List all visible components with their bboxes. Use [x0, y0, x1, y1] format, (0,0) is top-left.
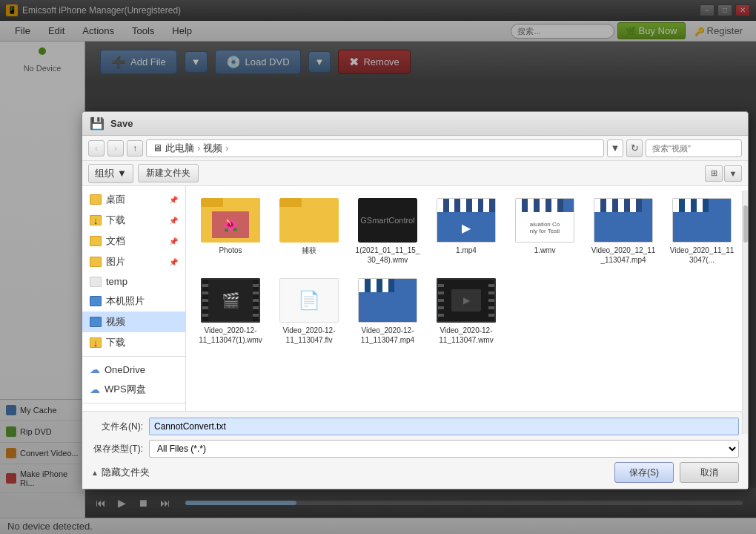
capture-label: 捕获: [302, 245, 316, 255]
1wmv2-clapper: aluation Conly for Testi: [515, 198, 574, 243]
dialog-toolbar: 组织 ▼ 新建文件夹 ⊞ ▼: [82, 161, 748, 186]
dialog-body: 桌面 📌 ↓ 下载 📌 文档 📌 图片 📌 temp: [82, 186, 748, 411]
pin-icon3: 📌: [169, 237, 178, 245]
video2020mp4-label: Video_2020_12_11_113047.mp4: [589, 245, 657, 265]
filetype-select[interactable]: All Files (*.*): [149, 440, 739, 458]
video-folder-icon: [90, 317, 102, 327]
organize-dropdown-icon: ▼: [117, 168, 127, 179]
nav-path: 🖥 此电脑 › 视频 ›: [146, 139, 604, 157]
file-video-2020-mp4[interactable]: Video_2020_12_11_113047.mp4: [586, 194, 660, 269]
video2020partial-label: Video_2020_11_113047(...: [668, 245, 736, 265]
downloads-folder-icon: ↓: [90, 215, 102, 225]
sidebar-onedrive[interactable]: ☁ OneDrive: [82, 360, 185, 379]
videoflv-thumb: 📄: [279, 278, 339, 323]
path-separator-1: ›: [197, 142, 200, 154]
toggle-arrow-icon: ▲: [91, 469, 99, 477]
downloads2-folder-icon: ↓: [90, 337, 102, 348]
videowmvdark-thumb: ▶: [437, 278, 496, 323]
1wmv2-label: 1.wmv: [534, 245, 556, 255]
nav-back-button[interactable]: ‹: [88, 140, 105, 156]
videoflv-label: Video_2020-12-11_113047.flv: [275, 326, 343, 345]
path-separator-2: ›: [225, 142, 228, 154]
photos-thumb: 🌺: [201, 198, 260, 243]
pin-icon2: 📌: [169, 217, 178, 225]
desktop-folder-icon: [90, 194, 102, 205]
file-video-mp4-2[interactable]: Video_2020-12-11_113047.mp4: [351, 274, 425, 349]
pin-icon4: 📌: [169, 258, 178, 266]
save-button[interactable]: 保存(S): [614, 462, 674, 483]
videowmvfilm-thumb: 🎬: [201, 278, 260, 323]
1wmv-thumb: GSmartControl: [358, 198, 417, 243]
temp-folder-icon: [90, 277, 102, 287]
nav-path-computer: 此电脑: [165, 142, 194, 155]
film-strip-icon: 🎬: [201, 278, 260, 323]
sidebar-local-photos[interactable]: 本机照片: [82, 291, 185, 312]
filename-row: 文件名(N):: [91, 418, 739, 435]
sidebar-documents[interactable]: 文档 📌: [82, 231, 185, 251]
pictures-folder-icon: [90, 257, 102, 267]
view-options-button[interactable]: ▼: [724, 165, 742, 182]
videowmvdark-label: Video_2020-12-11_113047.wmv: [432, 326, 500, 345]
dialog-search-input[interactable]: [646, 139, 742, 157]
dialog-title: Save: [110, 118, 133, 129]
nav-up-button[interactable]: ↑: [127, 140, 143, 156]
organize-button[interactable]: 组织 ▼: [88, 164, 133, 183]
1mp4-label: 1.mp4: [456, 245, 477, 255]
filename-input[interactable]: [149, 418, 739, 435]
sidebar-wps[interactable]: ☁ WPS网盘: [82, 379, 185, 400]
sidebar-pictures[interactable]: 图片 📌: [82, 251, 185, 272]
video2020partial-clapper: [672, 198, 732, 243]
file-capture[interactable]: 捕获: [272, 194, 346, 269]
nav-path-video: 视频: [203, 142, 222, 155]
save-dialog: 💾 Save ‹ › ↑ 🖥 此电脑 › 视频 › ▼ ↻ 组织 ▼ 新建文件夹…: [82, 111, 749, 490]
pin-icon: 📌: [169, 196, 178, 204]
new-folder-button[interactable]: 新建文件夹: [138, 164, 199, 182]
capture-thumb: [279, 198, 339, 243]
blank-file-icon: 📄: [279, 278, 339, 323]
footer-actions: ▲ 隐藏文件夹 保存(S) 取消: [91, 462, 739, 483]
onedrive-icon: ☁: [90, 363, 100, 375]
file-1-wmv[interactable]: GSmartControl 1(2021_01_11_15_30_48).wmv: [351, 194, 425, 269]
view-buttons: ⊞ ▼: [705, 165, 742, 182]
file-1-mp4[interactable]: ▶ 1.mp4: [429, 194, 503, 269]
1mp4-clapper: ▶: [437, 198, 496, 243]
sidebar-divider2: [82, 403, 185, 403]
local-photos-icon: [90, 296, 102, 306]
wps-icon: ☁: [90, 383, 100, 395]
nav-forward-button[interactable]: ›: [107, 140, 124, 156]
dialog-save-icon: 💾: [90, 116, 105, 131]
file-photos[interactable]: 🌺 Photos: [193, 194, 268, 269]
nav-path-dropdown[interactable]: ▼: [607, 139, 623, 157]
videomp42-thumb: [358, 278, 417, 323]
file-video-wmv-film[interactable]: 🎬 Video_2020-12-11_113047(1).wmv: [193, 274, 268, 349]
videomp42-clapper: [358, 278, 417, 323]
sidebar-video[interactable]: 视频: [82, 312, 185, 332]
file-video-wmv-dark[interactable]: ▶ Video_2020-12-11_113047.wmv: [429, 274, 503, 349]
videomp42-label: Video_2020-12-11_113047.mp4: [354, 326, 422, 345]
sidebar-temp[interactable]: temp: [82, 272, 185, 291]
video2020mp4-clapper: [594, 198, 653, 243]
files-grid: 🌺 Photos 捕获: [186, 186, 748, 411]
sidebar-downloads[interactable]: ↓ 下载 📌: [82, 210, 185, 231]
video2020mp4-thumb: [594, 198, 653, 243]
filetype-row: 保存类型(T): All Files (*.*): [91, 440, 739, 458]
documents-folder-icon: [90, 236, 102, 246]
dialog-nav-bar: ‹ › ↑ 🖥 此电脑 › 视频 › ▼ ↻: [82, 136, 748, 161]
sidebar-downloads2[interactable]: ↓ 下载: [82, 332, 185, 353]
toggle-hidden-button[interactable]: ▲ 隐藏文件夹: [91, 466, 150, 479]
nav-refresh-button[interactable]: ↻: [626, 139, 643, 157]
1mp4-thumb: ▶: [437, 198, 496, 243]
filename-label: 文件名(N):: [91, 421, 143, 433]
sidebar-desktop[interactable]: 桌面 📌: [82, 189, 185, 210]
file-1-wmv2[interactable]: aluation Conly for Testi 1.wmv: [508, 194, 582, 269]
cancel-button[interactable]: 取消: [680, 462, 739, 483]
videowmvfilm-label: Video_2020-12-11_113047(1).wmv: [196, 326, 265, 345]
1wmv2-thumb: aluation Conly for Testi: [515, 198, 574, 243]
dialog-footer: 文件名(N): 保存类型(T): All Files (*.*) ▲ 隐藏文件夹…: [82, 411, 748, 489]
1wmv-label: 1(2021_01_11_15_30_48).wmv: [354, 245, 422, 265]
dialog-title-bar: 💾 Save: [82, 112, 748, 136]
view-grid-button[interactable]: ⊞: [705, 165, 723, 182]
file-video-flv[interactable]: 📄 Video_2020-12-11_113047.flv: [272, 274, 346, 349]
sidebar-divider: [82, 356, 185, 357]
file-video-2020-partial[interactable]: Video_2020_11_113047(...: [665, 194, 739, 269]
